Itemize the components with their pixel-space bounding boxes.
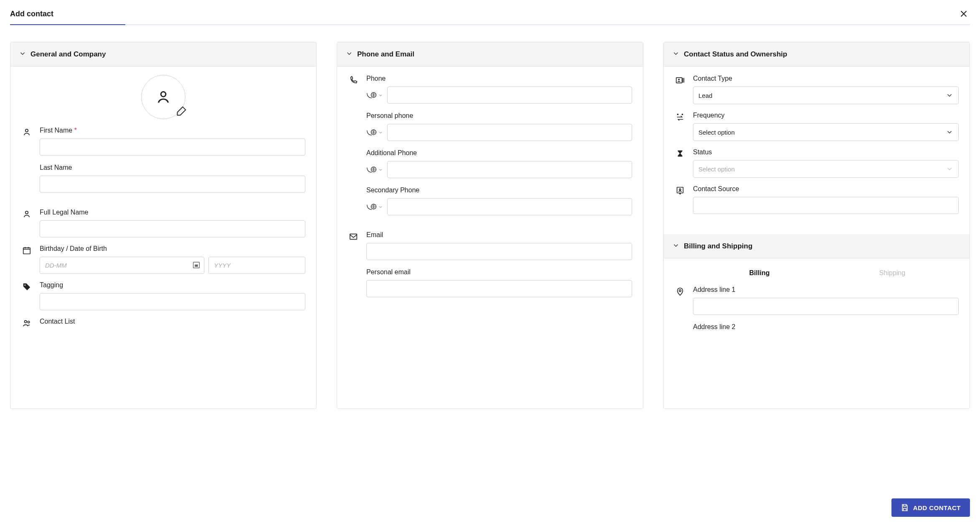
contact-type-select[interactable]: Lead <box>693 87 959 104</box>
svg-point-19 <box>679 189 681 190</box>
panel-title-general: General and Company <box>30 50 106 59</box>
chevron-down-icon <box>345 50 353 59</box>
tab-billing[interactable]: Billing <box>693 267 826 279</box>
personal-phone-label: Personal phone <box>366 112 632 120</box>
status-select[interactable]: Select option <box>693 160 959 178</box>
contact-source-input[interactable] <box>693 197 959 214</box>
phone-icon <box>348 75 359 85</box>
chevron-down-icon <box>672 242 680 250</box>
tagging-label: Tagging <box>40 281 305 289</box>
person-icon <box>21 127 32 137</box>
full-legal-name-label: Full Legal Name <box>40 209 305 216</box>
panel-status-billing: Contact Status and Ownership Contact Typ… <box>663 42 970 409</box>
svg-point-7 <box>25 321 27 323</box>
full-legal-name-input[interactable] <box>40 220 305 237</box>
svg-point-1 <box>25 129 28 132</box>
frequency-label: Frequency <box>693 112 959 119</box>
frequency-select[interactable]: Select option <box>693 123 959 141</box>
phone-input[interactable] <box>387 87 632 104</box>
panel-header-billing[interactable]: Billing and Shipping <box>664 234 970 258</box>
hourglass-icon <box>675 148 685 158</box>
last-name-input[interactable] <box>40 176 305 193</box>
address2-label: Address line 2 <box>693 323 959 331</box>
additional-phone-label: Additional Phone <box>366 149 632 157</box>
calendar-picker-icon[interactable] <box>192 260 201 271</box>
personal-email-input[interactable] <box>366 280 632 297</box>
country-code-selector[interactable] <box>366 203 384 211</box>
country-code-selector[interactable] <box>366 129 384 136</box>
progress-bar <box>10 24 970 25</box>
svg-point-15 <box>678 79 680 80</box>
source-icon <box>675 185 685 195</box>
country-code-selector[interactable] <box>366 166 384 174</box>
tag-icon <box>21 281 32 291</box>
svg-point-16 <box>677 114 679 115</box>
svg-rect-14 <box>676 78 682 83</box>
panel-phone-email: Phone and Email Phone <box>337 42 643 409</box>
personal-phone-input[interactable] <box>387 124 632 141</box>
svg-point-20 <box>679 290 681 292</box>
birthday-daymonth-input[interactable] <box>40 257 204 274</box>
panel-title-phone-email: Phone and Email <box>357 50 414 59</box>
avatar-upload[interactable] <box>21 75 305 119</box>
calendar-icon <box>21 245 32 255</box>
contact-card-icon <box>675 75 685 85</box>
panel-title-status: Contact Status and Ownership <box>684 50 787 59</box>
panel-general: General and Company First Name * <box>10 42 317 409</box>
group-icon <box>21 318 32 328</box>
pencil-icon[interactable] <box>176 105 188 118</box>
tagging-input[interactable] <box>40 293 305 310</box>
personal-email-label: Personal email <box>366 268 632 276</box>
close-icon[interactable] <box>957 8 970 20</box>
panel-header-phone-email[interactable]: Phone and Email <box>337 42 643 66</box>
panel-title-billing: Billing and Shipping <box>684 242 752 250</box>
svg-point-17 <box>682 114 683 115</box>
address1-input[interactable] <box>693 298 959 315</box>
chevron-down-icon <box>19 50 26 59</box>
person-icon <box>21 209 32 219</box>
panel-header-general[interactable]: General and Company <box>10 42 316 66</box>
secondary-phone-input[interactable] <box>387 198 632 215</box>
chevron-down-icon <box>946 92 953 99</box>
contact-source-label: Contact Source <box>693 185 959 193</box>
email-icon <box>348 231 359 241</box>
birthday-year-input[interactable] <box>208 257 305 274</box>
location-icon <box>675 286 685 296</box>
form-columns: General and Company First Name * <box>0 25 980 409</box>
additional-phone-input[interactable] <box>387 161 632 178</box>
country-code-selector[interactable] <box>366 92 384 99</box>
chevron-down-icon <box>672 50 680 59</box>
svg-rect-3 <box>23 248 30 254</box>
address1-label: Address line 1 <box>693 286 959 294</box>
contact-type-label: Contact Type <box>693 75 959 82</box>
svg-point-6 <box>25 285 26 286</box>
phone-label: Phone <box>366 75 632 82</box>
svg-rect-5 <box>195 264 198 267</box>
tab-shipping[interactable]: Shipping <box>826 267 959 279</box>
first-name-input[interactable] <box>40 138 305 156</box>
svg-rect-13 <box>350 234 357 240</box>
panel-header-status[interactable]: Contact Status and Ownership <box>664 42 970 66</box>
svg-point-8 <box>28 321 30 323</box>
svg-point-0 <box>161 92 166 97</box>
dialog-title: Add contact <box>10 10 53 18</box>
contact-list-label: Contact List <box>40 318 305 325</box>
frequency-icon <box>675 112 685 122</box>
dialog-header: Add contact <box>0 0 980 24</box>
first-name-label: First Name * <box>40 127 305 134</box>
chevron-down-icon <box>946 128 953 136</box>
secondary-phone-label: Secondary Phone <box>366 186 632 194</box>
svg-point-2 <box>25 211 28 214</box>
email-input[interactable] <box>366 243 632 260</box>
last-name-label: Last Name <box>40 164 305 171</box>
status-label: Status <box>693 148 959 156</box>
email-label: Email <box>366 231 632 239</box>
chevron-down-icon <box>946 165 953 173</box>
person-icon <box>155 89 172 105</box>
birthday-label: Birthday / Date of Birth <box>40 245 305 253</box>
